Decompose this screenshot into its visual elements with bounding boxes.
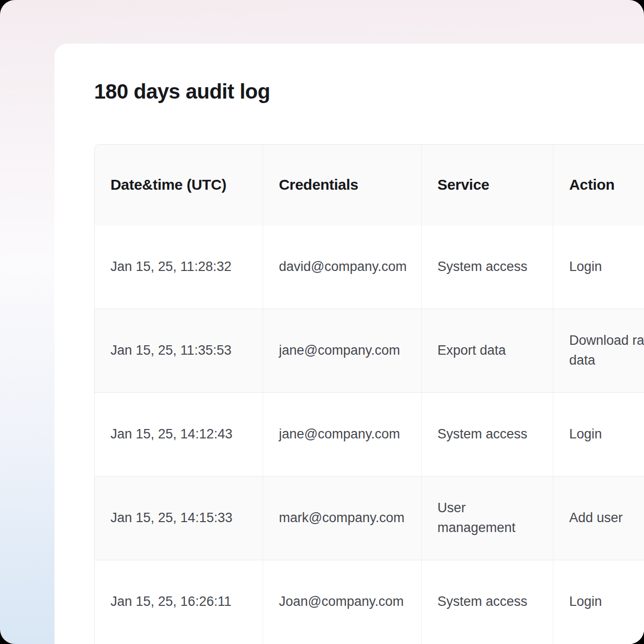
table-row: Jan 15, 25, 14:12:43 jane@company.com Sy… bbox=[95, 392, 644, 476]
cell-action: Login bbox=[553, 225, 644, 309]
cell-credentials: jane@company.com bbox=[263, 309, 421, 392]
column-header-credentials: Credentials bbox=[263, 145, 421, 225]
table-header-row: Date&time (UTC) Credentials Service Acti… bbox=[95, 145, 644, 225]
cell-service: System access bbox=[421, 393, 553, 476]
cell-credentials: Joan@company.com bbox=[263, 560, 421, 644]
cell-action: Login bbox=[553, 560, 644, 644]
table-row: Jan 15, 25, 11:35:53 jane@company.com Ex… bbox=[95, 309, 644, 392]
table-row: Jan 15, 25, 14:15:33 mark@company.com Us… bbox=[95, 476, 644, 560]
cell-action: Download raw data bbox=[553, 309, 644, 392]
cell-datetime: Jan 15, 25, 11:35:53 bbox=[95, 309, 263, 392]
cell-datetime: Jan 15, 25, 14:12:43 bbox=[95, 393, 263, 476]
cell-credentials: mark@company.com bbox=[263, 477, 421, 560]
column-header-service: Service bbox=[421, 145, 553, 225]
cell-credentials: jane@company.com bbox=[263, 393, 421, 476]
cell-service: System access bbox=[421, 225, 553, 309]
cell-action: Login bbox=[553, 393, 644, 476]
table-body: Jan 15, 25, 11:28:32 david@company.com S… bbox=[95, 225, 644, 644]
table-row: Jan 15, 25, 11:28:32 david@company.com S… bbox=[95, 225, 644, 309]
cell-service: Export data bbox=[421, 309, 553, 392]
page-title: 180 days audit log bbox=[94, 80, 270, 104]
table-row: Jan 15, 25, 16:26:11 Joan@company.com Sy… bbox=[95, 560, 644, 644]
cell-action: Add user bbox=[553, 477, 644, 560]
page-background: 180 days audit log Date&time (UTC) Crede… bbox=[0, 0, 644, 644]
cell-datetime: Jan 15, 25, 16:26:11 bbox=[95, 560, 263, 644]
cell-service: System access bbox=[421, 560, 553, 644]
column-header-datetime: Date&time (UTC) bbox=[95, 145, 263, 225]
cell-datetime: Jan 15, 25, 14:15:33 bbox=[95, 477, 263, 560]
cell-datetime: Jan 15, 25, 11:28:32 bbox=[95, 225, 263, 309]
audit-log-card: 180 days audit log Date&time (UTC) Crede… bbox=[54, 44, 644, 644]
column-header-action: Action bbox=[553, 145, 644, 225]
cell-service: User management bbox=[421, 477, 553, 560]
audit-log-table: Date&time (UTC) Credentials Service Acti… bbox=[94, 144, 644, 644]
cell-credentials: david@company.com bbox=[263, 225, 421, 309]
